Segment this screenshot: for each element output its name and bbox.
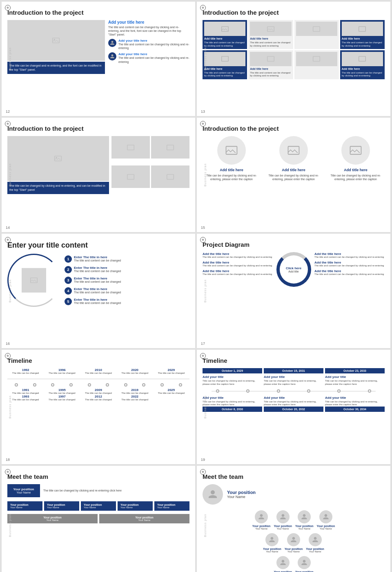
- diagram-center-text: Click here Add title: [286, 266, 301, 273]
- person-icon-2: [108, 52, 116, 60]
- item4-title: Enter The title in here: [74, 298, 121, 302]
- slide-16-item-0: 1 Enter The title in here The title and …: [65, 255, 189, 263]
- row3: Your position Your Name Your position Yo…: [203, 556, 385, 572]
- slide-12-item-1: Add your title here The title and conten…: [108, 39, 189, 50]
- date-bot-1: October 20, 2032: [264, 407, 323, 412]
- slide-15-circles: Add title here Title can be changed by c…: [203, 136, 385, 181]
- slide-17-icon: ⊕: [200, 237, 206, 243]
- date-bot-2: October 30, 2034: [325, 407, 385, 412]
- bot-badge-0: Your position Your Name: [7, 514, 98, 523]
- year-1995: 1995 The title can be changed 1997 The t…: [49, 388, 76, 401]
- bot-badge-1: Your position Your Name: [99, 514, 189, 523]
- r2-person-0: Your position Your Name: [263, 533, 281, 553]
- main-badge: Your position Your Name: [7, 484, 40, 497]
- r2-avatar-0: [265, 533, 278, 546]
- slide-15-number: 15: [201, 226, 205, 230]
- slide-13-number: 13: [201, 109, 205, 114]
- timeline-top: October 1, 2029 Add your title Title can…: [203, 368, 385, 386]
- slide-12-blue-desc: The title and content can be changed by …: [108, 25, 189, 36]
- year-2010: 2010 The title can be changed: [85, 368, 112, 375]
- slide-16-item-1: 2 Enter The title in here The title and …: [65, 266, 189, 273]
- r1-avatar-1: [276, 510, 290, 523]
- top-block-2: October 23, 2033 Add your title Title ca…: [325, 368, 385, 386]
- right0-desc: The title and content can be changed by …: [314, 256, 385, 259]
- item2-desc: The title and content can be changed: [74, 280, 121, 283]
- dot-3: [69, 383, 73, 387]
- slide-14-icon: ⊕: [5, 121, 11, 127]
- slide-17-left: Add the title here The title and content…: [203, 252, 273, 287]
- circle-image-1: [279, 136, 308, 165]
- date-0: October 1, 2029: [203, 368, 262, 373]
- mid-badge-1: Your position Your Name: [44, 501, 79, 511]
- timeline-dots-line: [203, 389, 385, 393]
- main-avatar: [203, 484, 223, 505]
- num-circle-4: 4: [65, 287, 72, 295]
- bot1-title: Add your title: [264, 396, 323, 400]
- slide-12-item-2: Add your title here The title and conten…: [108, 52, 189, 63]
- svg-rect-5: [359, 27, 366, 31]
- slide-15-icon: ⊕: [200, 121, 206, 127]
- cell-image-6: [296, 52, 337, 66]
- cell-4-title: Add title here: [204, 67, 245, 71]
- bot2-title: Add your title: [325, 396, 385, 400]
- year-2025: 2025 The title can be changed: [158, 388, 185, 401]
- slide-13-icon: ⊕: [200, 5, 206, 11]
- right2-title: Add the title here: [314, 269, 385, 273]
- cell-3-desc: The title and content can be changed by …: [342, 41, 383, 47]
- r1-person-1: Your position Your Name: [274, 510, 292, 530]
- slide-21-icon: ⊕: [200, 469, 206, 475]
- r2-person-2: Your position Your Name: [306, 533, 324, 553]
- r1-person-2: Your position Your Name: [295, 510, 314, 530]
- slide-12-blue-title: Add your title here: [108, 20, 189, 25]
- slide-19: ⊕ Business plan Timeline October 1, 2029…: [197, 350, 390, 464]
- slide-12: ⊕ Business plan Introduction to the proj…: [2, 2, 195, 116]
- slide-13-cell-6: [294, 50, 339, 79]
- main21-pos: Your position: [227, 490, 256, 495]
- dot2-2: [277, 389, 280, 393]
- slide-20-mid-row: Your position Your Name Your position Yo…: [7, 501, 189, 511]
- bot-block-1: Add your title Title can be changed by c…: [264, 396, 323, 414]
- slide-18-title: Timeline: [7, 357, 189, 364]
- slide-12-item1-desc: The title and content can be changed by …: [118, 42, 189, 50]
- slide-16-number: 16: [6, 342, 10, 346]
- r1-person-0: Your position Your Name: [252, 510, 271, 530]
- r2-person-1: Your position Your Name: [285, 533, 303, 553]
- cell-3-title: Add title here: [342, 37, 383, 40]
- row1: Your position Your Name Your position Yo…: [203, 510, 385, 530]
- year-2019: 2019 The title can be changed 2022 The t…: [121, 388, 148, 401]
- slide-17: ⊕ Business plan Project Diagram Add the …: [197, 234, 390, 348]
- svg-rect-6: [221, 56, 228, 61]
- right-item-1: Add the title here The title and content…: [314, 261, 385, 268]
- mid-person-4: Your position Your Name: [154, 501, 189, 511]
- slide-17-title: Project Diagram: [203, 241, 385, 248]
- circle-image-2: [341, 136, 370, 165]
- person-icon-1: [108, 39, 116, 47]
- bot1-desc: Title can be changed by clicking and re-…: [264, 400, 323, 407]
- item1-title: Enter The title in here: [74, 266, 121, 270]
- slide-14-main-image: [7, 136, 109, 181]
- mid-person-1: Your position Your Name: [44, 501, 79, 511]
- slide-14-title: Introduction to the project: [7, 125, 189, 132]
- center-sub: Add title: [286, 270, 301, 273]
- svg-point-11: [56, 157, 57, 158]
- slide-13-cell-0: Add title here The title and content can…: [203, 20, 247, 49]
- left1-desc: The title and content can be changed by …: [203, 264, 273, 268]
- main21-name: Your Name: [227, 495, 256, 499]
- dot-4: [88, 383, 91, 387]
- mid-badge-4: Your position Your Name: [154, 501, 189, 511]
- slide-21: ⊕ Business plan Meet the team Your posit…: [197, 466, 390, 572]
- slide-15-item0-desc: Title can be changed by clicking and re-…: [203, 174, 261, 181]
- cell-image-5: [250, 52, 291, 66]
- slide-12-caption: The title can be changed and re-entering…: [7, 62, 105, 74]
- slide-16-title: Enter your title content: [7, 241, 189, 250]
- slide-13-cell-4: Add title here The title and content can…: [203, 50, 247, 79]
- top2-desc: Title can be changed by clicking and re-…: [325, 380, 385, 386]
- slide-16-icon: ⊕: [5, 237, 11, 243]
- cell-1-title: Add title here: [250, 37, 291, 40]
- watermark-17: Business plan: [204, 279, 207, 303]
- dot-0: [15, 383, 18, 387]
- slide-13-cell-7: Add title here The title and content can…: [340, 50, 385, 79]
- cell-1-desc: The title and content can be changed by …: [250, 41, 291, 47]
- slide-16: ⊕ Business plan Enter your title content…: [2, 234, 195, 348]
- r2-avatar-1: [287, 533, 300, 546]
